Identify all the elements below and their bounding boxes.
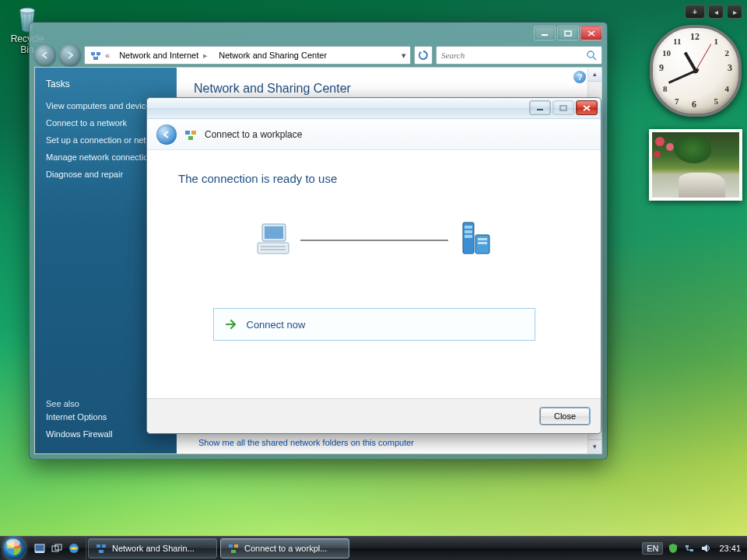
gadget-sidebar: + ◂ ▸ 12 3 6 9 1 2 4 5 7 8 10 11 [649, 5, 742, 201]
clock-gadget[interactable]: 12 3 6 9 1 2 4 5 7 8 10 11 [650, 25, 742, 117]
taskbar-button-label: Network and Sharin... [112, 544, 195, 553]
svg-rect-3 [565, 31, 571, 36]
maximize-button[interactable] [557, 26, 579, 40]
minimize-button[interactable] [534, 26, 556, 40]
svg-rect-24 [478, 238, 487, 240]
svg-rect-12 [191, 131, 196, 135]
explorer-titlebar[interactable] [30, 23, 607, 44]
tray-network-icon[interactable] [683, 542, 696, 555]
wizard-heading: The connection is ready to use [178, 172, 570, 185]
taskbar: Network and Sharin... Connect to a workp… [0, 536, 747, 560]
search-icon[interactable] [586, 50, 601, 61]
gadget-add-button[interactable]: + [685, 5, 705, 19]
svg-rect-26 [35, 544, 44, 551]
wizard-close-button[interactable] [576, 100, 598, 115]
scroll-up-button[interactable]: ▴ [588, 68, 601, 82]
connection-diagram [258, 218, 491, 264]
address-dropdown[interactable]: ▾ [398, 51, 410, 61]
breadcrumb-segment[interactable]: Network and Internet [119, 51, 198, 60]
taskbar-button-connect-workplace[interactable]: Connect to a workpl... [220, 538, 349, 558]
connect-workplace-wizard: Connect to a workplace The connection is… [146, 97, 601, 434]
taskbar-button-network-sharing[interactable]: Network and Sharin... [88, 538, 217, 558]
tray-security-icon[interactable] [667, 542, 679, 555]
wizard-minimize-button[interactable] [529, 100, 551, 115]
gadget-next-button[interactable]: ▸ [727, 5, 742, 19]
switch-windows-icon[interactable] [50, 541, 64, 555]
wizard-title: Connect to a workplace [205, 129, 302, 140]
refresh-button[interactable] [414, 46, 433, 65]
show-desktop-icon[interactable] [33, 541, 47, 555]
help-button[interactable]: ? [573, 71, 586, 83]
svg-rect-25 [478, 242, 487, 244]
workplace-icon [227, 542, 240, 555]
quick-launch [28, 537, 86, 560]
network-sharing-center-icon [89, 49, 102, 61]
svg-rect-20 [465, 226, 472, 229]
svg-rect-34 [229, 544, 233, 548]
system-tray: EN 23:41 [636, 537, 747, 560]
wizard-titlebar[interactable] [147, 98, 601, 119]
svg-rect-5 [96, 52, 100, 55]
breadcrumb-segment[interactable]: Network and Sharing Center [219, 51, 327, 60]
svg-rect-11 [185, 131, 190, 135]
nav-forward-button[interactable] [59, 44, 81, 66]
nav-back-button[interactable] [34, 44, 56, 66]
svg-rect-15 [265, 226, 283, 239]
start-orb-icon [3, 537, 25, 559]
workplace-icon [184, 128, 197, 141]
connect-now-button[interactable]: Connect now [213, 308, 535, 341]
svg-rect-35 [234, 544, 238, 548]
svg-rect-27 [35, 551, 44, 553]
svg-rect-18 [261, 249, 286, 250]
ie-icon[interactable] [67, 541, 81, 555]
photo-gadget[interactable] [649, 129, 742, 201]
network-sharing-center-icon [95, 542, 107, 555]
tasks-header: Tasks [46, 79, 166, 89]
gadget-controls: + ◂ ▸ [649, 5, 742, 19]
svg-rect-13 [188, 136, 193, 140]
svg-rect-38 [690, 549, 693, 551]
svg-rect-31 [96, 544, 100, 548]
wizard-footer: Close [147, 398, 601, 433]
svg-rect-4 [91, 52, 95, 55]
server-icon [452, 218, 496, 261]
computer-icon [253, 218, 296, 261]
svg-rect-36 [231, 550, 236, 553]
tray-volume-icon[interactable] [700, 542, 712, 555]
svg-point-7 [587, 51, 594, 58]
wizard-header: Connect to a workplace [147, 119, 601, 150]
language-indicator[interactable]: EN [642, 542, 663, 555]
gadget-prev-button[interactable]: ◂ [708, 5, 724, 19]
svg-rect-17 [261, 246, 286, 247]
close-button[interactable] [580, 26, 602, 40]
svg-rect-32 [102, 544, 106, 548]
wizard-close-action-button[interactable]: Close [540, 408, 590, 425]
connect-now-label: Connect now [247, 319, 306, 331]
wizard-body: The connection is ready to use Connect n… [147, 149, 601, 399]
start-button[interactable] [0, 537, 28, 560]
svg-rect-37 [686, 545, 689, 548]
address-toolbar: « Network and Internet▸ Network and Shar… [34, 44, 602, 67]
page-title: Network and Sharing Center [194, 82, 351, 96]
svg-rect-21 [465, 230, 472, 233]
desktop-background: Recycle Bin + ◂ ▸ 12 3 6 9 1 2 4 5 7 8 1… [0, 0, 747, 560]
wizard-maximize-button[interactable] [552, 100, 574, 115]
search-box[interactable] [436, 46, 602, 65]
svg-rect-22 [465, 235, 472, 238]
svg-rect-10 [560, 106, 566, 110]
wizard-back-button[interactable] [156, 124, 177, 145]
svg-rect-33 [99, 550, 103, 553]
search-input[interactable] [437, 51, 586, 60]
arrow-right-icon [225, 318, 237, 331]
tray-clock[interactable]: 23:41 [716, 544, 741, 553]
scroll-down-button[interactable]: ▾ [588, 439, 601, 453]
svg-rect-16 [258, 243, 289, 254]
svg-line-8 [593, 57, 596, 60]
shared-folders-link[interactable]: Show me all the shared network folders o… [198, 438, 414, 447]
svg-point-1 [20, 8, 35, 12]
address-bar[interactable]: « Network and Internet▸ Network and Shar… [84, 46, 411, 65]
taskbar-button-label: Connect to a workpl... [244, 544, 327, 553]
